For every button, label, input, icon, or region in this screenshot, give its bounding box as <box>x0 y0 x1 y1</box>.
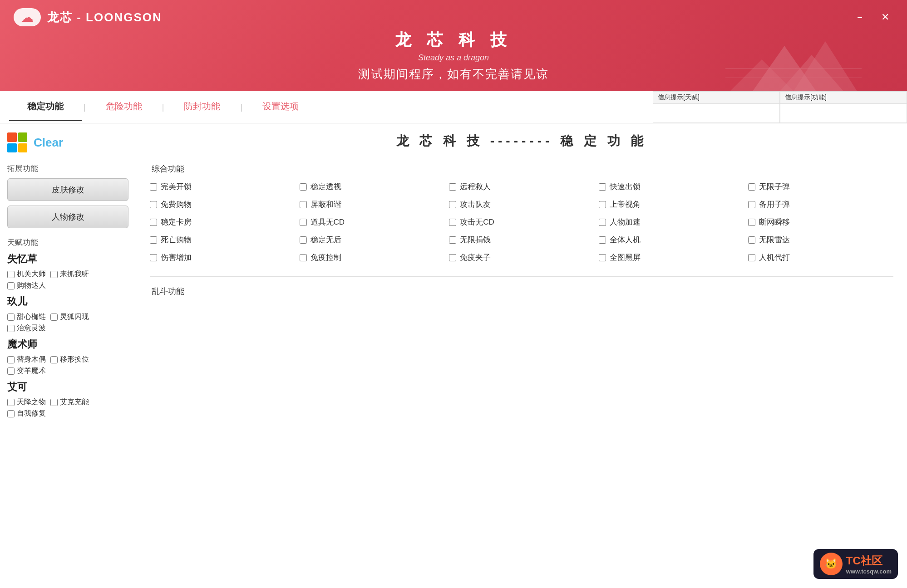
talent-aike-title: 艾可 <box>7 380 128 394</box>
skill-substitute-checkbox[interactable] <box>7 356 15 363</box>
feature-item-11[interactable]: 道具无CD <box>300 217 445 227</box>
feature-checkbox-1[interactable] <box>300 183 307 191</box>
feature-checkbox-15[interactable] <box>150 236 157 244</box>
character-modify-button[interactable]: 人物修改 <box>7 206 128 228</box>
info-box-talent-content <box>653 104 779 122</box>
feature-checkbox-19[interactable] <box>748 236 755 244</box>
skill-teleport-checkbox[interactable] <box>50 356 58 363</box>
feature-checkbox-21[interactable] <box>300 254 307 261</box>
feature-checkbox-17[interactable] <box>449 236 456 244</box>
feature-item-7[interactable]: 攻击队友 <box>449 199 594 210</box>
feature-item-1[interactable]: 稳定透视 <box>300 181 445 192</box>
skill-catch-me[interactable]: 来抓我呀 <box>50 270 89 279</box>
feature-checkbox-5[interactable] <box>150 201 157 208</box>
skill-sheep-magic[interactable]: 变羊魔术 <box>7 366 46 376</box>
clear-label[interactable]: Clear <box>34 136 63 150</box>
feature-item-12[interactable]: 攻击无CD <box>449 217 594 227</box>
feature-label-1: 稳定透视 <box>311 181 341 192</box>
skill-self-repair[interactable]: 自我修复 <box>7 409 46 418</box>
feature-item-10[interactable]: 稳定卡房 <box>150 217 295 227</box>
skill-sky-drop-label: 天降之物 <box>17 397 46 407</box>
skill-aike-charge[interactable]: 艾克充能 <box>50 397 89 407</box>
skill-sweet-chain[interactable]: 甜心枷链 <box>7 312 46 322</box>
page-main-title: 龙 芯 科 技 -------- 稳 定 功 能 <box>150 132 893 150</box>
feature-item-21[interactable]: 免疫控制 <box>300 252 445 263</box>
skill-mechanism-master[interactable]: 机关大师 <box>7 270 46 279</box>
feature-checkbox-24[interactable] <box>748 254 755 261</box>
feature-checkbox-12[interactable] <box>449 219 456 226</box>
talent-jiuer-skills-2: 治愈灵波 <box>7 323 128 333</box>
close-button[interactable]: ✕ <box>877 9 893 25</box>
feature-label-14: 断网瞬移 <box>759 217 790 227</box>
tab-danger[interactable]: 危险功能 <box>88 93 160 121</box>
feature-checkbox-8[interactable] <box>599 201 606 208</box>
feature-label-4: 无限子弹 <box>759 181 790 192</box>
skill-heal-wave-checkbox[interactable] <box>7 325 15 332</box>
skill-mechanism-master-checkbox[interactable] <box>7 271 15 278</box>
feature-item-17[interactable]: 无限捐钱 <box>449 235 594 245</box>
tab-shield[interactable]: 防封功能 <box>166 93 238 121</box>
feature-item-22[interactable]: 免疫夹子 <box>449 252 594 263</box>
skill-sweet-chain-checkbox[interactable] <box>7 314 15 321</box>
feature-checkbox-23[interactable] <box>599 254 606 261</box>
feature-item-23[interactable]: 全图黑屏 <box>599 252 744 263</box>
tab-settings[interactable]: 设置选项 <box>244 93 317 121</box>
tab-stable[interactable]: 稳定功能 <box>9 93 82 121</box>
skill-catch-me-checkbox[interactable] <box>50 271 58 278</box>
skin-modify-button[interactable]: 皮肤修改 <box>7 178 128 201</box>
skill-sky-drop-checkbox[interactable] <box>7 399 15 406</box>
feature-item-0[interactable]: 完美开锁 <box>150 181 295 192</box>
feature-checkbox-3[interactable] <box>599 183 606 191</box>
skill-sheep-magic-checkbox[interactable] <box>7 368 15 375</box>
feature-item-15[interactable]: 死亡购物 <box>150 235 295 245</box>
skill-sky-drop[interactable]: 天降之物 <box>7 397 46 407</box>
feature-checkbox-10[interactable] <box>150 219 157 226</box>
feature-checkbox-22[interactable] <box>449 254 456 261</box>
feature-item-16[interactable]: 稳定无后 <box>300 235 445 245</box>
feature-item-8[interactable]: 上帝视角 <box>599 199 744 210</box>
header: 龙芯 - LOONGSON － ✕ 龙 芯 科 技 Steady as a dr… <box>0 0 907 91</box>
feature-checkbox-9[interactable] <box>748 201 755 208</box>
feature-label-24: 人机代打 <box>759 252 790 263</box>
feature-checkbox-2[interactable] <box>449 183 456 191</box>
feature-label-8: 上帝视角 <box>610 199 641 210</box>
feature-item-19[interactable]: 无限雷达 <box>748 235 893 245</box>
skill-shopping-master-checkbox[interactable] <box>7 282 15 289</box>
skill-substitute[interactable]: 替身木偶 <box>7 355 46 364</box>
feature-item-13[interactable]: 人物加速 <box>599 217 744 227</box>
skill-heal-wave[interactable]: 治愈灵波 <box>7 323 46 333</box>
feature-item-9[interactable]: 备用子弹 <box>748 199 893 210</box>
talent-jiuer-title: 玖儿 <box>7 295 128 309</box>
skill-teleport[interactable]: 移形换位 <box>50 355 89 364</box>
feature-item-5[interactable]: 免费购物 <box>150 199 295 210</box>
feature-item-20[interactable]: 伤害增加 <box>150 252 295 263</box>
feature-checkbox-14[interactable] <box>748 219 755 226</box>
skill-fox-flash-checkbox[interactable] <box>50 314 58 321</box>
feature-checkbox-18[interactable] <box>599 236 606 244</box>
feature-checkbox-11[interactable] <box>300 219 307 226</box>
windows-icon[interactable] <box>7 132 27 152</box>
feature-checkbox-7[interactable] <box>449 201 456 208</box>
feature-item-24[interactable]: 人机代打 <box>748 252 893 263</box>
feature-item-4[interactable]: 无限子弹 <box>748 181 893 192</box>
feature-item-6[interactable]: 屏蔽和谐 <box>300 199 445 210</box>
feature-checkbox-20[interactable] <box>150 254 157 261</box>
feature-item-3[interactable]: 快速出锁 <box>599 181 744 192</box>
feature-checkbox-4[interactable] <box>748 183 755 191</box>
minimize-button[interactable]: － <box>852 9 868 25</box>
feature-checkbox-6[interactable] <box>300 201 307 208</box>
talent-jiuer-skills: 甜心枷链 灵狐闪现 <box>7 312 128 322</box>
feature-item-18[interactable]: 全体人机 <box>599 235 744 245</box>
tc-badge: 🐱 TC社区 www.tcsqw.com <box>813 549 898 579</box>
tc-badge-text: TC社区 www.tcsqw.com <box>846 554 892 575</box>
feature-checkbox-0[interactable] <box>150 183 157 191</box>
mountain-decoration <box>725 32 862 91</box>
skill-shopping-master[interactable]: 购物达人 <box>7 281 46 290</box>
feature-checkbox-13[interactable] <box>599 219 606 226</box>
skill-aike-charge-checkbox[interactable] <box>50 399 58 406</box>
skill-fox-flash[interactable]: 灵狐闪现 <box>50 312 89 322</box>
feature-item-2[interactable]: 远程救人 <box>449 181 594 192</box>
feature-checkbox-16[interactable] <box>300 236 307 244</box>
feature-item-14[interactable]: 断网瞬移 <box>748 217 893 227</box>
skill-self-repair-checkbox[interactable] <box>7 410 15 417</box>
